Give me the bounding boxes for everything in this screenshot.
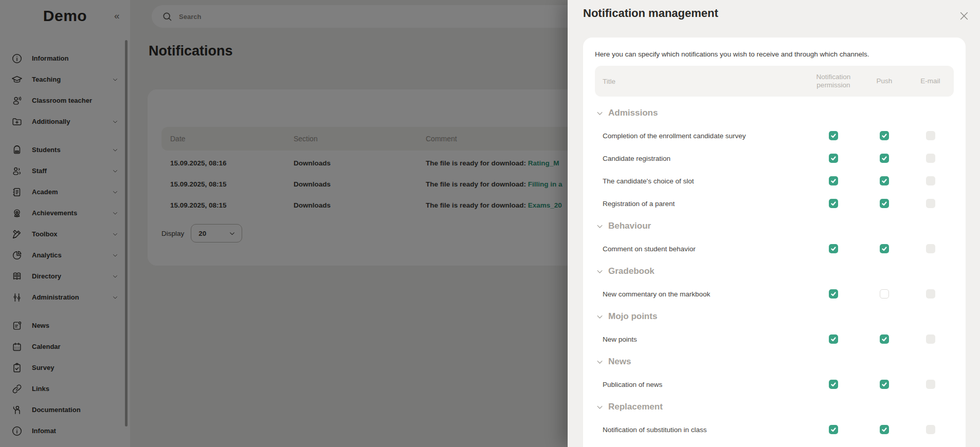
- email-cell: [907, 380, 954, 389]
- email-cell: [907, 154, 954, 163]
- email-cell: [907, 199, 954, 208]
- chevron-down-icon: [596, 403, 604, 411]
- close-icon: [958, 10, 970, 22]
- permission-row: Comment on student behavior: [595, 237, 954, 260]
- chevron-down-icon: [596, 222, 604, 230]
- section-header-replacement[interactable]: Replacement: [595, 396, 954, 418]
- permission-checkbox[interactable]: [829, 176, 838, 185]
- push-checkbox[interactable]: [880, 176, 889, 185]
- section-name: Behaviour: [608, 221, 651, 231]
- email-checkbox[interactable]: [926, 154, 935, 163]
- section-header-behaviour[interactable]: Behaviour: [595, 215, 954, 237]
- permission-row-label: Candidate registration: [595, 155, 805, 162]
- permission-checkbox[interactable]: [829, 425, 838, 434]
- push-cell: [862, 244, 907, 253]
- push-checkbox[interactable]: [880, 199, 889, 208]
- email-cell: [907, 176, 954, 185]
- email-checkbox[interactable]: [926, 425, 935, 434]
- permission-cell: [805, 289, 862, 299]
- chevron-down-icon: [596, 358, 604, 366]
- column-header-email: E-mail: [907, 77, 954, 85]
- email-checkbox[interactable]: [926, 380, 935, 389]
- close-button[interactable]: [958, 10, 970, 22]
- column-header-push: Push: [862, 77, 907, 85]
- email-cell: [907, 244, 954, 253]
- section-name: News: [608, 357, 631, 367]
- email-cell: [907, 131, 954, 140]
- permissions-table-header: Title Notification permission Push E-mai…: [595, 66, 954, 97]
- permission-checkbox[interactable]: [829, 244, 838, 253]
- permission-row: Candidate registration: [595, 147, 954, 170]
- drawer-title: Notification management: [583, 7, 718, 20]
- permission-row: Registration of a parent: [595, 192, 954, 215]
- permission-row-label: Comment on student behavior: [595, 245, 805, 253]
- section-header-admissions[interactable]: Admissions: [595, 102, 954, 124]
- push-checkbox[interactable]: [880, 334, 889, 344]
- email-cell: [907, 425, 954, 434]
- permission-cell: [805, 425, 862, 434]
- permission-row: Notification of substitution in class: [595, 418, 954, 441]
- column-header-permission: Notification permission: [805, 73, 862, 89]
- email-checkbox[interactable]: [926, 334, 935, 344]
- permission-row: Publication of news: [595, 373, 954, 396]
- permission-cell: [805, 334, 862, 344]
- permission-cell: [805, 176, 862, 185]
- push-cell: [862, 289, 907, 299]
- email-checkbox[interactable]: [926, 244, 935, 253]
- push-checkbox[interactable]: [880, 425, 889, 434]
- drawer-description: Here you can specify which notifications…: [595, 50, 954, 58]
- push-cell: [862, 334, 907, 344]
- permission-cell: [805, 199, 862, 208]
- permission-checkbox[interactable]: [829, 380, 838, 389]
- permission-checkbox[interactable]: [829, 154, 838, 163]
- permission-checkbox[interactable]: [829, 334, 838, 344]
- section-header-news[interactable]: News: [595, 350, 954, 373]
- permission-row-label: Registration of a parent: [595, 200, 805, 208]
- drawer-card: Here you can specify which notifications…: [583, 38, 966, 447]
- push-checkbox[interactable]: [880, 131, 889, 140]
- permissions-body: Admissions Completion of the enrollment …: [595, 102, 954, 441]
- permission-row-label: New points: [595, 336, 805, 343]
- permission-row: New commentary on the markbook: [595, 283, 954, 305]
- permission-cell: [805, 131, 862, 140]
- push-checkbox[interactable]: [880, 289, 889, 299]
- permission-cell: [805, 154, 862, 163]
- permission-row-label: New commentary on the markbook: [595, 290, 805, 298]
- permission-row-label: Publication of news: [595, 381, 805, 388]
- push-cell: [862, 176, 907, 185]
- chevron-down-icon: [596, 268, 604, 275]
- push-cell: [862, 131, 907, 140]
- email-checkbox[interactable]: [926, 199, 935, 208]
- app-screen: Demo « Information Teaching Classroom te…: [0, 0, 980, 447]
- push-checkbox[interactable]: [880, 154, 889, 163]
- permission-row-label: The candidate's choice of slot: [595, 177, 805, 185]
- push-checkbox[interactable]: [880, 244, 889, 253]
- permission-checkbox[interactable]: [829, 289, 838, 299]
- email-cell: [907, 334, 954, 344]
- permission-checkbox[interactable]: [829, 131, 838, 140]
- section-name: Mojo points: [608, 311, 657, 322]
- permission-row: The candidate's choice of slot: [595, 170, 954, 192]
- chevron-down-icon: [596, 313, 604, 321]
- email-cell: [907, 289, 954, 299]
- permission-row-label: Notification of substitution in class: [595, 426, 805, 434]
- push-cell: [862, 380, 907, 389]
- notification-management-drawer: Notification management Here you can spe…: [568, 0, 980, 447]
- section-name: Gradebook: [608, 266, 655, 276]
- permission-row: New points: [595, 328, 954, 350]
- section-header-mojo-points[interactable]: Mojo points: [595, 305, 954, 328]
- section-name: Admissions: [608, 108, 658, 118]
- email-checkbox[interactable]: [926, 289, 935, 299]
- permission-checkbox[interactable]: [829, 199, 838, 208]
- section-header-gradebook[interactable]: Gradebook: [595, 260, 954, 283]
- permission-cell: [805, 244, 862, 253]
- permission-row-label: Completion of the enrollment candidate s…: [595, 132, 805, 140]
- column-header-title: Title: [595, 78, 805, 85]
- push-checkbox[interactable]: [880, 380, 889, 389]
- chevron-down-icon: [596, 109, 604, 117]
- modal-backdrop[interactable]: [0, 0, 568, 447]
- permission-cell: [805, 380, 862, 389]
- push-cell: [862, 199, 907, 208]
- email-checkbox[interactable]: [926, 176, 935, 185]
- email-checkbox[interactable]: [926, 131, 935, 140]
